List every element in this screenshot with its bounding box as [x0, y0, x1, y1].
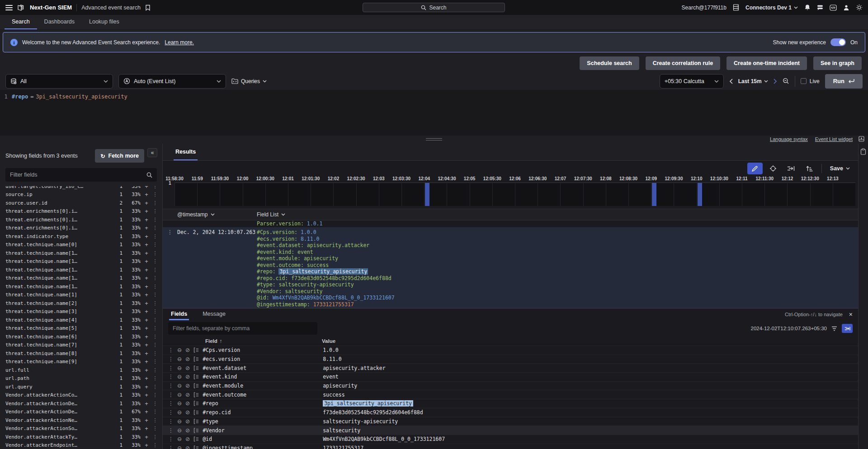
kebab-menu-icon[interactable]: ⋮: [168, 356, 174, 362]
timezone-selector[interactable]: +05:30 Calcutta: [660, 74, 724, 89]
group-by-icon[interactable]: [193, 445, 199, 449]
kebab-menu-icon[interactable]: ⋮: [152, 217, 158, 223]
inspector-field-row[interactable]: ⋮ ⊖ ⊘ #repo.cid f73de83d052548bc9295d2d6…: [163, 408, 858, 417]
action-button[interactable]: Create one-time incident: [726, 56, 807, 70]
include-filter-icon[interactable]: ⊘: [185, 356, 190, 362]
tab-results[interactable]: Results: [174, 144, 198, 160]
fetch-more-button[interactable]: ↻ Fetch more: [95, 149, 144, 163]
field-list-item[interactable]: threat.technique.name[1… 1 33% + ⋮: [0, 282, 162, 291]
add-field-icon[interactable]: +: [141, 191, 152, 198]
add-field-icon[interactable]: +: [141, 408, 152, 415]
inspector-field-row[interactable]: ⋮ ⊖ ⊘ #repo 3pi_saltsecurity_apisecurity: [163, 399, 858, 408]
field-list-item[interactable]: threat.technique.name[1… 1 33% + ⋮: [0, 257, 162, 266]
kebab-menu-icon[interactable]: ⋮: [152, 325, 158, 331]
resize-handle[interactable]: [426, 138, 442, 142]
kebab-menu-icon[interactable]: ⋮: [152, 384, 158, 390]
fields-filter[interactable]: [5, 168, 157, 182]
inspector-field-row[interactable]: ⋮ ⊖ ⊘ #event.kind event: [163, 372, 858, 381]
field-list-item[interactable]: threat.technique.name[9] 1 33% + ⋮: [0, 358, 162, 366]
queries-menu[interactable]: Queries: [231, 78, 267, 84]
kebab-menu-icon[interactable]: ⋮: [152, 250, 158, 256]
include-filter-icon[interactable]: ⊘: [185, 418, 190, 425]
view-selector[interactable]: Auto (Event List): [118, 74, 226, 89]
clipboard-icon[interactable]: [860, 148, 866, 155]
kebab-menu-icon[interactable]: ⋮: [168, 374, 174, 380]
group-by-icon[interactable]: [193, 356, 199, 362]
kebab-menu-icon[interactable]: ⋮: [168, 418, 174, 425]
kebab-menu-icon[interactable]: ⋮: [168, 427, 174, 434]
add-field-icon[interactable]: +: [141, 250, 152, 257]
exclude-filter-icon[interactable]: ⊖: [177, 409, 182, 416]
kebab-menu-icon[interactable]: ⋮: [152, 317, 158, 323]
group-by-icon[interactable]: [193, 436, 199, 442]
field-list-item[interactable]: threat.enrichments[0].i… 1 33% + ⋮: [0, 207, 162, 216]
field-list-column-header[interactable]: Field List: [257, 211, 285, 218]
include-filter-icon[interactable]: ⊘: [185, 436, 190, 442]
field-list-item[interactable]: threat.indicator.type 1 33% + ⋮: [0, 232, 162, 241]
field-list-item[interactable]: source.user.id 2 67% + ⋮: [0, 199, 162, 207]
field-list-item[interactable]: threat.technique.name[1… 1 33% + ⋮: [0, 249, 162, 257]
kebab-menu-icon[interactable]: ⋮: [152, 186, 158, 189]
group-by-icon[interactable]: [193, 428, 199, 433]
save-button[interactable]: Save: [826, 165, 854, 172]
add-field-icon[interactable]: +: [141, 317, 152, 323]
add-field-icon[interactable]: +: [141, 358, 152, 365]
kebab-menu-icon[interactable]: ⋮: [152, 409, 158, 415]
goto-icon[interactable]: [783, 163, 799, 174]
include-filter-icon[interactable]: ⊘: [185, 445, 190, 449]
new-experience-toggle[interactable]: [830, 38, 846, 46]
add-field-icon[interactable]: +: [141, 325, 152, 332]
field-list-item[interactable]: threat.technique.name[4] 1 33% + ⋮: [0, 316, 162, 324]
kebab-menu-icon[interactable]: ⋮: [152, 242, 158, 248]
field-column-header[interactable]: Field ↑: [205, 338, 322, 344]
tenant-selector[interactable]: Connectors Dev 1: [745, 5, 798, 11]
inspector-field-row[interactable]: ⋮ ⊖ ⊘ @id Wm4XfVnB2QAB9kbCCBDcf88L_0_0_1…: [163, 435, 858, 444]
menu-icon[interactable]: [5, 5, 13, 10]
add-field-icon[interactable]: +: [141, 258, 152, 265]
field-list-item[interactable]: threat.technique.name[6] 1 33% + ⋮: [0, 332, 162, 341]
kebab-menu-icon[interactable]: ⋮: [168, 400, 174, 407]
exclude-filter-icon[interactable]: ⊖: [177, 436, 182, 442]
inspector-tab[interactable]: Fields: [169, 309, 189, 320]
field-list-item[interactable]: Vendor.attackerActionSo… 1 33% + ⋮: [0, 425, 162, 433]
previous-event-partial[interactable]: Parser.version: 1.0.1: [163, 220, 858, 227]
kebab-menu-icon[interactable]: ⋮: [163, 229, 177, 308]
exclude-filter-icon[interactable]: ⊖: [177, 392, 182, 398]
kebab-menu-icon[interactable]: ⋮: [168, 383, 174, 389]
kebab-menu-icon[interactable]: ⋮: [152, 401, 158, 407]
inspector-filter-input[interactable]: [173, 325, 313, 332]
time-range-selector[interactable]: Last 15m: [738, 78, 768, 84]
exclude-filter-icon[interactable]: ⊖: [177, 418, 182, 425]
kebab-menu-icon[interactable]: ⋮: [152, 426, 158, 431]
field-list-item[interactable]: url.path 1 33% + ⋮: [0, 374, 162, 383]
include-filter-icon[interactable]: ⊘: [185, 427, 190, 434]
add-field-icon[interactable]: +: [141, 308, 152, 315]
add-field-icon[interactable]: +: [141, 384, 152, 390]
kebab-menu-icon[interactable]: ⋮: [152, 442, 158, 448]
add-field-icon[interactable]: +: [141, 216, 152, 223]
field-list-item[interactable]: Vendor.attackerAttackTy… 1 33% + ⋮: [0, 433, 162, 441]
kebab-menu-icon[interactable]: ⋮: [152, 234, 158, 239]
add-field-icon[interactable]: +: [141, 300, 152, 307]
event-count-bar[interactable]: [698, 183, 702, 206]
field-list-item[interactable]: threat.technique.name[1… 1 33% + ⋮: [0, 274, 162, 283]
theme-icon[interactable]: [856, 4, 863, 11]
field-list-item[interactable]: Vendor.attackerActionNe… 1 33% + ⋮: [0, 416, 162, 425]
add-field-icon[interactable]: +: [141, 283, 152, 290]
kebab-menu-icon[interactable]: ⋮: [152, 417, 158, 423]
include-filter-icon[interactable]: ⊘: [185, 409, 190, 416]
inspector-field-row[interactable]: ⋮ ⊖ ⊘ #ecs.version 8.11.0: [163, 355, 858, 364]
kebab-menu-icon[interactable]: ⋮: [152, 309, 158, 314]
kebab-menu-icon[interactable]: ⋮: [152, 225, 158, 231]
add-field-icon[interactable]: +: [141, 275, 152, 281]
field-list-item[interactable]: source.ip 1 33% + ⋮: [0, 191, 162, 199]
inspector-field-row[interactable]: ⋮ ⊖ ⊘ #Cps.version 1.0.0: [163, 346, 858, 355]
filter-icon[interactable]: [831, 326, 837, 331]
exclude-filter-icon[interactable]: ⊖: [177, 365, 182, 371]
kebab-menu-icon[interactable]: ⋮: [152, 434, 158, 440]
query-editor[interactable]: 1 #repo = 3pi_saltsecurity_apisecurity: [0, 90, 868, 136]
field-list-item[interactable]: threat.technique.name[2] 1 33% + ⋮: [0, 299, 162, 308]
code-icon[interactable]: [830, 5, 837, 11]
add-field-icon[interactable]: +: [141, 392, 152, 398]
event-count-bar[interactable]: [652, 183, 656, 206]
